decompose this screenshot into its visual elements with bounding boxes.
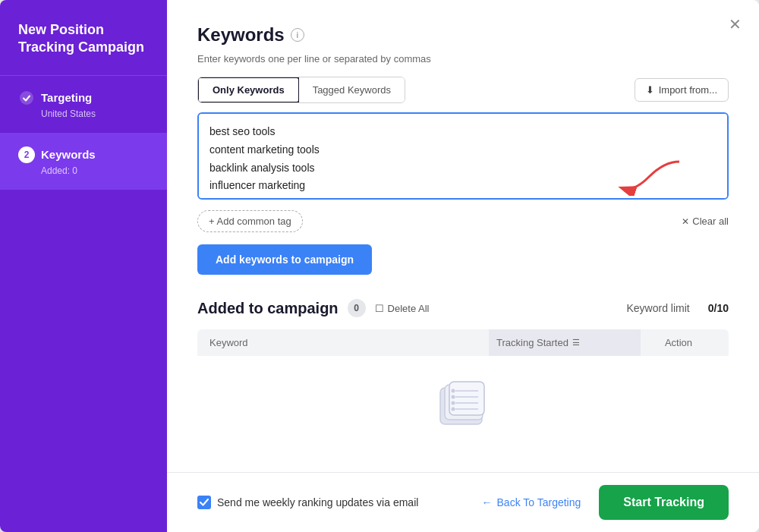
- sidebar-title: New Position Tracking Campaign: [0, 0, 167, 76]
- keyword-limit-label: Keyword limit: [627, 302, 690, 314]
- empty-table-icon: [433, 379, 493, 432]
- add-common-tag-button[interactable]: + Add common tag: [197, 210, 303, 232]
- section-subtitle: Enter keywords one per line or separated…: [197, 53, 729, 65]
- tag-row: + Add common tag ✕ Clear all: [197, 210, 729, 232]
- sidebar-targeting-sublabel: United States: [41, 109, 149, 119]
- email-checkbox[interactable]: [197, 496, 211, 509]
- sidebar-item-keywords[interactable]: 2 Keywords Added: 0: [0, 133, 167, 190]
- campaign-header: Added to campaign 0 ☐ Delete All Keyword…: [197, 299, 729, 317]
- th-action: Action: [641, 337, 716, 348]
- check-icon: [18, 90, 35, 106]
- close-icon: ✕: [729, 15, 742, 33]
- tab-only-keywords[interactable]: Only Keywords: [197, 77, 300, 103]
- import-arrow-icon: ⬇: [646, 84, 654, 96]
- modal-container: New Position Tracking Campaign Targeting…: [0, 0, 759, 532]
- campaign-title: Added to campaign: [197, 300, 339, 317]
- campaign-count-badge: 0: [348, 299, 366, 317]
- footer-actions: ← Back To Targeting Start Tracking: [482, 485, 729, 520]
- x-clear-icon: ✕: [682, 216, 689, 227]
- table-header: Keyword Tracking Started ☰ Action: [197, 329, 729, 356]
- import-label: Import from...: [659, 84, 717, 96]
- clear-all-label: Clear all: [692, 216, 729, 227]
- svg-point-10: [452, 395, 455, 399]
- sort-icon[interactable]: ☰: [572, 338, 580, 348]
- delete-square-icon: ☐: [375, 303, 384, 314]
- sidebar-keywords-sublabel: Added: 0: [41, 165, 149, 176]
- keyword-limit-row: Keyword limit 0/10: [627, 302, 729, 314]
- back-to-targeting-button[interactable]: ← Back To Targeting: [482, 496, 581, 508]
- sidebar-keywords-label: Keywords: [41, 148, 96, 161]
- th-tracking-started: Tracking Started ☰: [489, 329, 641, 356]
- main-content: ✕ Keywords i Enter keywords one per line…: [167, 0, 759, 532]
- import-button[interactable]: ⬇ Import from...: [635, 78, 729, 102]
- keywords-textarea[interactable]: [197, 112, 729, 200]
- section-title-text: Keywords: [197, 24, 285, 46]
- delete-all-button[interactable]: ☐ Delete All: [375, 303, 430, 314]
- content-area: Keywords i Enter keywords one per line o…: [167, 0, 759, 472]
- tabs-group: Only Keywords Tagged Keywords: [197, 77, 405, 103]
- close-button[interactable]: ✕: [723, 12, 747, 36]
- tabs-row: Only Keywords Tagged Keywords ⬇ Import f…: [197, 77, 729, 103]
- th-keyword: Keyword: [209, 337, 489, 348]
- keywords-input-container: [197, 112, 729, 203]
- back-label: Back To Targeting: [497, 496, 581, 508]
- sidebar: New Position Tracking Campaign Targeting…: [0, 0, 167, 532]
- svg-point-12: [452, 408, 455, 411]
- delete-all-label: Delete All: [388, 303, 430, 314]
- sidebar-item-targeting[interactable]: Targeting United States: [0, 76, 167, 133]
- campaign-section: Added to campaign 0 ☐ Delete All Keyword…: [197, 299, 729, 447]
- footer: Send me weekly ranking updates via email…: [167, 472, 759, 532]
- email-checkbox-label: Send me weekly ranking updates via email: [217, 496, 418, 508]
- info-icon[interactable]: i: [291, 28, 304, 42]
- clear-all-button[interactable]: ✕ Clear all: [682, 216, 729, 227]
- empty-table-state: [197, 356, 729, 447]
- email-checkbox-row: Send me weekly ranking updates via email: [197, 496, 418, 509]
- back-arrow-icon: ←: [482, 496, 493, 508]
- keyword-limit-value: 0/10: [708, 302, 729, 314]
- tab-tagged-keywords[interactable]: Tagged Keywords: [299, 77, 405, 102]
- start-tracking-button[interactable]: Start Tracking: [599, 485, 729, 520]
- svg-point-11: [452, 401, 455, 405]
- svg-point-9: [452, 389, 455, 393]
- section-title-row: Keywords i: [197, 24, 729, 46]
- svg-point-0: [20, 91, 33, 105]
- sidebar-keywords-number: 2: [18, 146, 35, 163]
- add-keywords-button[interactable]: Add keywords to campaign: [197, 244, 372, 275]
- sidebar-targeting-label: Targeting: [41, 91, 92, 104]
